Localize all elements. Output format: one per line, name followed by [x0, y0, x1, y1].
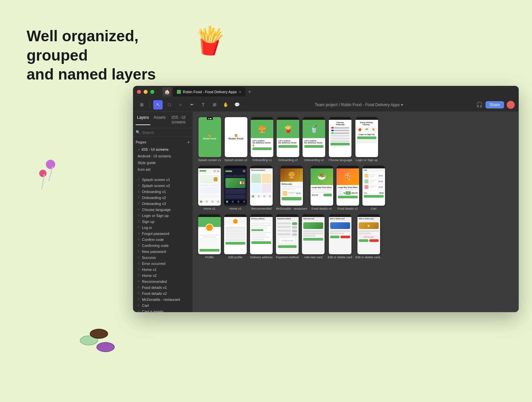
close-button[interactable] [137, 90, 141, 94]
layer-login[interactable]: ⠿ Log in [136, 225, 190, 231]
screen-label: Payment method [276, 256, 299, 259]
screen-label: Recommended [251, 207, 271, 210]
layer-label: Confirm code [142, 238, 164, 242]
layer-confirming-code[interactable]: ⠿ Confirming code [136, 243, 190, 249]
layer-success[interactable]: ⠿ Success [136, 255, 190, 261]
screen-edit-profile[interactable]: Edit profile [224, 214, 247, 259]
page-android[interactable]: Android - UI screens [136, 153, 190, 159]
avatar[interactable] [507, 101, 515, 109]
layer-forgot-password[interactable]: ⠿ Forgot password [136, 231, 190, 237]
screen-label: Add new card [304, 256, 323, 259]
layer-food-details-v1[interactable]: ⠿ Food details v1 [136, 285, 190, 291]
drag-icon: ⠿ [138, 226, 140, 229]
tab-assets[interactable]: Assets [152, 114, 167, 125]
tool-shape[interactable]: ○ [176, 100, 185, 109]
layer-cart-empty[interactable]: ⠿ Cart is empty [136, 308, 190, 312]
add-tab-button[interactable]: + [248, 89, 251, 95]
screen-food-details-v1[interactable]: 🥗 Large Big Tasty Meal $12.00 [311, 166, 333, 210]
screen-onboarding-v1[interactable]: 🍔 Let's explorethe delicious foods 🍔 Onb… [251, 117, 273, 162]
layer-home-v1[interactable]: ⠿ Home v1 [136, 267, 190, 273]
screen-label: Splash screen v1 [198, 158, 221, 162]
page-icon-label: Icon set [138, 167, 151, 171]
tool-hand[interactable]: ✋ [221, 100, 230, 109]
chevron-down-icon[interactable]: ▾ [401, 102, 403, 107]
tool-move[interactable]: ↖ [153, 100, 163, 109]
layer-onboarding-v3[interactable]: ⠿ Onboarding v3 [136, 201, 190, 207]
drag-icon: ⠿ [138, 298, 140, 301]
screen-login-signup[interactable]: Eating, drinking, enjoying... 🍎 🥗 🍕 Logi… [355, 117, 378, 162]
screen-food-details-v2[interactable]: 🍕 Large Big Tasty Meal - 1 + [336, 166, 359, 210]
drag-icon: ⠿ [138, 190, 140, 193]
layer-confirm-code[interactable]: ⠿ Confirm code [136, 237, 190, 243]
header-right-actions: 🎧 Share [476, 101, 515, 109]
tool-pen[interactable]: ✒ [187, 100, 197, 109]
active-tab[interactable]: Robin Food - Food Delivery Apps ✕ [173, 87, 245, 97]
screen-home-v1[interactable]: 🍔 [198, 166, 221, 210]
home-icon[interactable]: 🏠 [162, 87, 172, 97]
screen-onboarding-v3[interactable]: 🥤 Let's explorethe delicious foods Onboa… [303, 117, 325, 162]
layer-home-v2[interactable]: ⠿ Home v2 [136, 273, 190, 279]
maximize-button[interactable] [150, 90, 154, 94]
tab-ios-screens[interactable]: iOS · UI screens [170, 114, 190, 125]
tab-label: Robin Food - Food Delivery Apps [183, 90, 237, 94]
screen-profile[interactable]: Profile [198, 214, 221, 259]
share-button[interactable]: Share [485, 101, 504, 108]
layer-mcdonalds[interactable]: ⠿ McDonalds - restaurant [136, 297, 190, 302]
page-style-guide[interactable]: Style guide [136, 159, 190, 166]
screen-add-new-card[interactable]: Add new card Add new card [302, 214, 325, 259]
drag-icon: ⠿ [138, 304, 140, 307]
layer-label: Splash screen v1 [142, 178, 170, 182]
canvas-area: 🍔Robin Food Splash screen v1 🍔Robin Food [193, 112, 519, 312]
screen-edit-delete-card-1[interactable]: Edit or delete card [328, 214, 352, 259]
screen-label: Delivery address [250, 256, 272, 259]
screen-payment-method[interactable]: Payment method [276, 214, 299, 259]
layer-cart[interactable]: ⠿ Cart [136, 302, 190, 308]
layer-onboarding-v2[interactable]: ⠿ Onboarding v2 [136, 195, 190, 201]
screen-onboarding-v2[interactable]: 🍟 Let's explorethe delicious foods Onboa… [277, 117, 299, 162]
screen-splash-v2[interactable]: 🍔Robin Food Splash screen v2 [224, 117, 247, 162]
page-icon-set[interactable]: Icon set [136, 166, 190, 173]
screen-recommended[interactable]: Recommendation [250, 166, 273, 210]
tool-component[interactable]: ⊞ [210, 100, 219, 109]
title-bar: 🏠 Robin Food - Food Delivery Apps ✕ + [133, 86, 519, 98]
search-input[interactable] [142, 130, 190, 134]
layer-label: Cart is empty [142, 309, 164, 312]
drag-icon: ⠿ [138, 232, 140, 235]
page-heading: Well organized, grouped and named layers [27, 27, 193, 84]
screen-delivery-address[interactable]: Delivery address [250, 214, 273, 259]
layer-food-details-v2[interactable]: ⠿ Food details v2 [136, 291, 190, 297]
drag-icon: ⠿ [138, 244, 140, 247]
page-ios-ui-screens[interactable]: ✓ iOS - UI screens [136, 146, 190, 153]
screen-splash-v1[interactable]: 🍔Robin Food Splash screen v1 [198, 117, 221, 162]
headphone-icon[interactable]: 🎧 [476, 101, 483, 108]
minimize-button[interactable] [144, 90, 148, 94]
layer-splash-v1[interactable]: ⠿ Splash screen v1 [136, 177, 190, 183]
layer-label: Success [142, 256, 156, 260]
layer-login-signup[interactable]: ⠿ Login or Sign up [136, 213, 190, 219]
layer-onboarding-v1[interactable]: ⠿ Onboarding v1 [136, 189, 190, 195]
tool-select-grid[interactable]: ⊞ [137, 100, 146, 109]
screen-choose-language[interactable]: Chooselanguage [329, 117, 352, 162]
screen-home-v2[interactable]: 🍱 Home v2 [224, 166, 247, 210]
layer-recommended[interactable]: ⠿ Recommended [136, 279, 190, 285]
screen-label: Cart [371, 207, 376, 210]
screen-mcdonalds[interactable]: 🍔 McDonalds [276, 166, 307, 210]
screen-label: Edit profile [228, 256, 243, 259]
layer-signup[interactable]: ⠿ Sign up [136, 219, 190, 225]
tool-comment[interactable]: 💬 [232, 100, 242, 109]
screen-row-2: 🍔 [198, 166, 513, 210]
main-content: Layers Assets iOS · UI screens 🔍 Pages +… [133, 112, 519, 312]
layer-new-password[interactable]: ⠿ New password [136, 249, 190, 255]
add-page-button[interactable]: + [187, 139, 190, 145]
page-android-label: Android - UI screens [138, 154, 171, 158]
screen-cart[interactable]: Cart $3.50 [362, 166, 385, 210]
tab-close-icon[interactable]: ✕ [239, 90, 241, 94]
tab-layers[interactable]: Layers [136, 114, 150, 125]
screen-edit-delete-card-2[interactable]: Edit or delete card... ⭐ Are you sure? [355, 214, 382, 259]
layer-choose-language[interactable]: ⠿ Choose language [136, 207, 190, 213]
pages-header: Pages + [136, 139, 190, 145]
layer-error[interactable]: ⠿ Error occurred [136, 261, 190, 267]
tool-frame[interactable]: □ [165, 100, 174, 109]
layer-splash-v2[interactable]: ⠿ Splash screen v2 [136, 183, 190, 189]
tool-text[interactable]: T [199, 100, 208, 109]
